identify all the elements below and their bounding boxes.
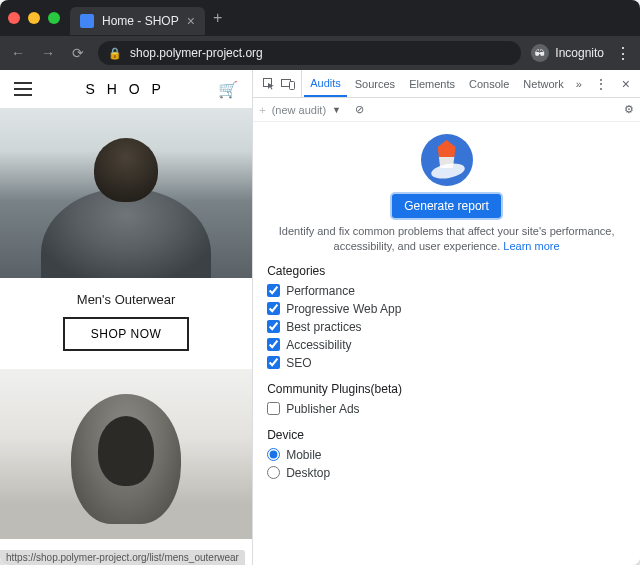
device-mobile[interactable]: Mobile: [267, 446, 626, 464]
device-label: Desktop: [286, 466, 330, 480]
checkbox[interactable]: [267, 402, 280, 415]
window-controls: [8, 12, 60, 24]
minimize-window-button[interactable]: [28, 12, 40, 24]
category-accessibility[interactable]: Accessibility: [267, 336, 626, 354]
close-window-button[interactable]: [8, 12, 20, 24]
fullscreen-window-button[interactable]: [48, 12, 60, 24]
category-label: Progressive Web App: [286, 302, 401, 316]
close-tab-button[interactable]: ×: [187, 13, 195, 29]
new-audit-button[interactable]: +: [259, 104, 265, 116]
device-desktop[interactable]: Desktop: [267, 464, 626, 482]
new-tab-button[interactable]: +: [213, 9, 222, 27]
tab-sources[interactable]: Sources: [349, 70, 401, 97]
audits-toolbar: + (new audit) ▼ ⊘ ⚙: [253, 98, 640, 122]
svg-rect-2: [290, 81, 295, 89]
reload-button[interactable]: ⟳: [68, 45, 88, 61]
checkbox[interactable]: [267, 338, 280, 351]
cart-icon[interactable]: 🛒: [218, 80, 238, 99]
checkbox[interactable]: [267, 320, 280, 333]
tab-network[interactable]: Network: [517, 70, 569, 97]
category-label: Accessibility: [286, 338, 351, 352]
incognito-indicator[interactable]: 🕶 Incognito: [531, 44, 604, 62]
shop-now-button[interactable]: SHOP NOW: [63, 317, 189, 351]
hero-image-2: [0, 369, 252, 539]
category-label: SEO: [286, 356, 311, 370]
tab-console[interactable]: Console: [463, 70, 515, 97]
favicon-icon: [80, 14, 94, 28]
learn-more-link[interactable]: Learn more: [503, 240, 559, 252]
checkbox[interactable]: [267, 356, 280, 369]
devtools-tabstrip: Audits Sources Elements Console Network …: [253, 70, 640, 98]
tab-audits[interactable]: Audits: [304, 70, 347, 97]
hero-figure: [26, 389, 226, 539]
category-seo[interactable]: SEO: [267, 354, 626, 372]
forward-button[interactable]: →: [38, 45, 58, 61]
device-heading: Device: [267, 428, 626, 442]
devtools-menu-button[interactable]: ⋮: [588, 76, 614, 92]
radio[interactable]: [267, 466, 280, 479]
categories-heading: Categories: [267, 264, 626, 278]
lighthouse-logo-icon: [421, 134, 473, 186]
url-field[interactable]: 🔒 shop.polymer-project.org: [98, 41, 521, 65]
browser-tab[interactable]: Home - SHOP ×: [70, 7, 205, 35]
page-viewport: S H O P 🛒 Men's Outerwear SHOP NOW: [0, 70, 252, 565]
audit-dropdown[interactable]: (new audit): [272, 104, 326, 116]
devtools-close-button[interactable]: ×: [616, 76, 636, 92]
hero-image-1: [0, 108, 252, 278]
checkbox[interactable]: [267, 284, 280, 297]
hero-figure: [26, 128, 226, 278]
browser-menu-button[interactable]: ⋮: [614, 44, 632, 63]
category-best-practices[interactable]: Best practices: [267, 318, 626, 336]
site-header: S H O P 🛒: [0, 70, 252, 108]
chevron-down-icon: ▼: [332, 105, 341, 115]
category-label: Performance: [286, 284, 355, 298]
url-text: shop.polymer-project.org: [130, 46, 263, 60]
audits-blurb: Identify and fix common problems that af…: [271, 224, 622, 254]
plugin-publisher-ads[interactable]: Publisher Ads: [267, 400, 626, 418]
devtools-left-tools: [257, 70, 302, 97]
section-title: Men's Outerwear: [0, 292, 252, 307]
device-toolbar-icon[interactable]: [281, 78, 295, 90]
category-performance[interactable]: Performance: [267, 282, 626, 300]
radio[interactable]: [267, 448, 280, 461]
titlebar: Home - SHOP × +: [0, 0, 640, 36]
settings-gear-icon[interactable]: ⚙: [624, 103, 634, 116]
category-label: Best practices: [286, 320, 361, 334]
content-area: S H O P 🛒 Men's Outerwear SHOP NOW: [0, 70, 640, 565]
site-logo[interactable]: S H O P: [85, 81, 164, 97]
section-cta: Men's Outerwear SHOP NOW: [0, 278, 252, 369]
inspect-element-icon[interactable]: [263, 78, 275, 90]
hamburger-menu-icon[interactable]: [14, 82, 32, 96]
blurb-text: Identify and fix common problems that af…: [279, 225, 615, 252]
clear-icon[interactable]: ⊘: [355, 103, 364, 116]
overflow-tabs-button[interactable]: »: [572, 78, 586, 90]
category-pwa[interactable]: Progressive Web App: [267, 300, 626, 318]
lock-icon: 🔒: [108, 47, 122, 60]
plugin-label: Publisher Ads: [286, 402, 359, 416]
incognito-icon: 🕶: [531, 44, 549, 62]
lighthouse-logo-wrap: [267, 130, 626, 186]
tab-title: Home - SHOP: [102, 14, 179, 28]
devtools-panel: Audits Sources Elements Console Network …: [252, 70, 640, 565]
incognito-label: Incognito: [555, 46, 604, 60]
address-bar: ← → ⟳ 🔒 shop.polymer-project.org 🕶 Incog…: [0, 36, 640, 70]
status-bar: https://shop.polymer-project.org/list/me…: [0, 550, 245, 565]
browser-window: Home - SHOP × + ← → ⟳ 🔒 shop.polymer-pro…: [0, 0, 640, 565]
device-label: Mobile: [286, 448, 321, 462]
checkbox[interactable]: [267, 302, 280, 315]
audits-body: Generate report Identify and fix common …: [253, 122, 640, 565]
tab-elements[interactable]: Elements: [403, 70, 461, 97]
back-button[interactable]: ←: [8, 45, 28, 61]
plugins-heading: Community Plugins(beta): [267, 382, 626, 396]
generate-report-button[interactable]: Generate report: [392, 194, 501, 218]
